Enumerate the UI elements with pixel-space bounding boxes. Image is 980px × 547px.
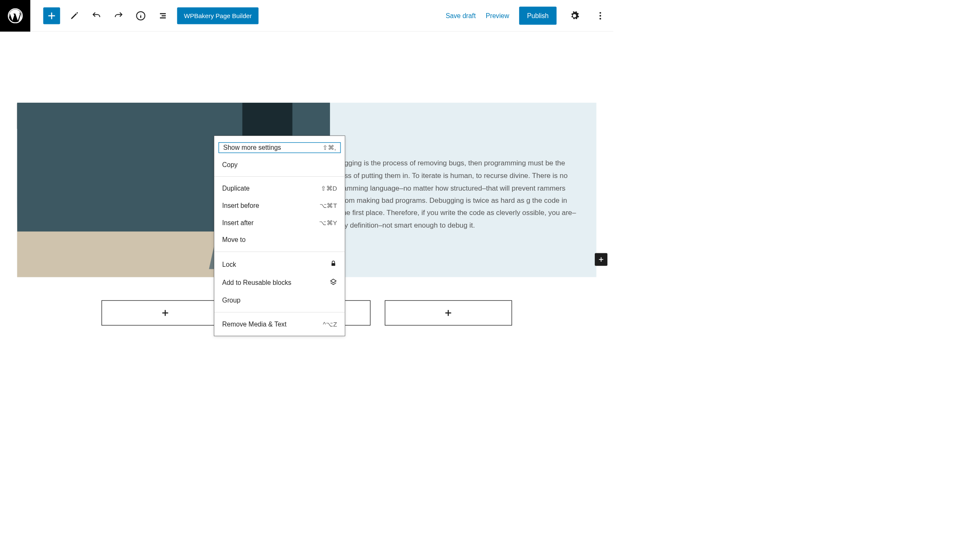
dropdown-shortcut: ⌥⌘T — [320, 202, 337, 210]
dropdown-item-label: Duplicate — [222, 185, 250, 192]
dropdown-item-duplicate[interactable]: Duplicate⇧⌘D — [214, 180, 345, 197]
dropdown-shortcut: ⇧⌘, — [322, 144, 336, 151]
plus-icon — [597, 256, 605, 263]
plus-icon — [443, 308, 453, 318]
block-options-dropdown: Show more settings⇧⌘,CopyDuplicate⇧⌘DIns… — [214, 135, 345, 336]
kebab-icon — [595, 11, 605, 21]
dropdown-item-label: Group — [222, 297, 240, 304]
text-area[interactable]: ugging is the process of removing bugs, … — [330, 103, 597, 277]
pencil-icon — [69, 11, 80, 21]
toolbar-left: WPBakery Page Builder — [30, 7, 258, 24]
preview-button[interactable]: Preview — [486, 12, 509, 19]
svg-rect-25 — [332, 263, 336, 266]
list-view-button[interactable] — [155, 8, 171, 24]
dropdown-item-insert-after[interactable]: Insert after⌥⌘Y — [214, 214, 345, 231]
gear-icon — [570, 11, 580, 21]
svg-point-3 — [599, 15, 601, 16]
dropdown-item-label: Move to — [222, 236, 246, 244]
publish-button[interactable]: Publish — [519, 7, 557, 25]
wpbakery-button[interactable]: WPBakery Page Builder — [177, 7, 259, 24]
dropdown-shortcut: ⌥⌘Y — [319, 219, 337, 227]
dropdown-shortcut: ^⌥Z — [323, 321, 337, 328]
list-view-icon — [158, 11, 168, 21]
wordpress-icon — [8, 8, 23, 23]
dropdown-shortcut: ⇧⌘D — [321, 185, 337, 192]
dropdown-item-label: Remove Media & Text — [222, 320, 287, 328]
reusable-icon — [330, 278, 337, 287]
dropdown-item-label: Add to Reusable blocks — [222, 279, 291, 287]
plus-icon — [160, 308, 170, 318]
dropdown-item-lock[interactable]: Lock — [214, 255, 345, 274]
toolbar-right: Save draft Preview Publish — [446, 7, 608, 25]
dropdown-item-show-more-settings[interactable]: Show more settings⇧⌘, — [215, 139, 344, 157]
dropdown-item-insert-before[interactable]: Insert before⌥⌘T — [214, 197, 345, 214]
redo-button[interactable] — [111, 8, 127, 24]
dropdown-item-label: Show more settings — [223, 144, 281, 151]
settings-button[interactable] — [567, 8, 583, 24]
editor-topbar: WPBakery Page Builder Save draft Preview… — [0, 0, 613, 32]
dropdown-item-copy[interactable]: Copy — [214, 156, 345, 173]
undo-button[interactable] — [88, 8, 104, 24]
dropdown-item-label: Insert before — [222, 202, 259, 210]
wordpress-logo[interactable] — [0, 0, 30, 32]
svg-point-4 — [599, 18, 601, 19]
editor-canvas: Replace ugging is the process of removin… — [0, 32, 613, 336]
lock-icon — [330, 260, 337, 268]
dropdown-item-remove-media-text[interactable]: Remove Media & Text^⌥Z — [214, 316, 345, 333]
add-column-3[interactable] — [385, 300, 512, 326]
add-block-button[interactable] — [43, 7, 60, 24]
dropdown-item-add-to-reusable-blocks[interactable]: Add to Reusable blocks — [214, 274, 345, 292]
info-button[interactable] — [133, 8, 149, 24]
plus-icon — [47, 11, 57, 21]
inline-inserter-button[interactable] — [595, 253, 607, 266]
undo-icon — [91, 11, 101, 21]
dropdown-item-label: Insert after — [222, 219, 254, 226]
dropdown-item-label: Lock — [222, 260, 236, 268]
paragraph-text: ugging is the process of removing bugs, … — [341, 157, 578, 231]
save-draft-button[interactable]: Save draft — [446, 12, 476, 19]
dropdown-item-move-to[interactable]: Move to — [214, 231, 345, 249]
redo-icon — [114, 11, 124, 21]
svg-point-2 — [599, 12, 601, 13]
options-button[interactable] — [592, 8, 608, 24]
add-column-1[interactable] — [101, 300, 229, 326]
dropdown-item-group[interactable]: Group — [214, 292, 345, 309]
edit-mode-button[interactable] — [67, 8, 83, 24]
info-icon — [136, 11, 146, 21]
dropdown-item-label: Copy — [222, 161, 238, 168]
